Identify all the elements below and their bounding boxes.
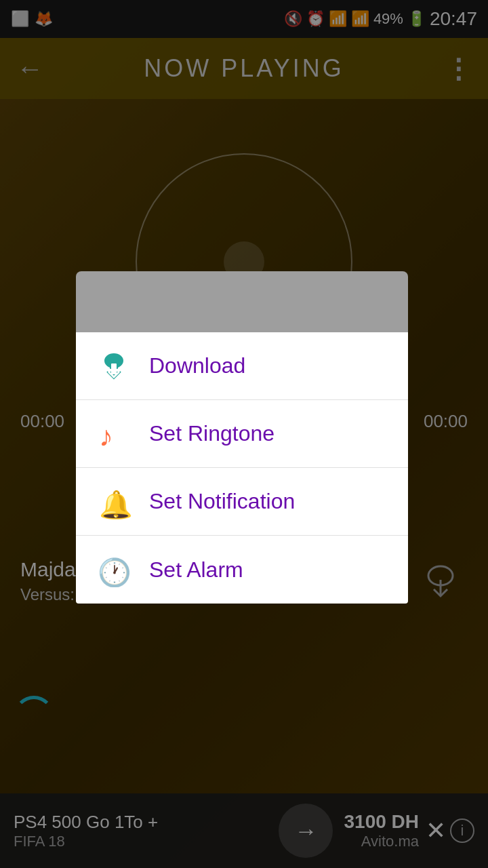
popup-item-download[interactable]: Download xyxy=(76,332,408,400)
svg-text:🔔: 🔔 xyxy=(99,488,131,519)
alarm-icon: 🕐 xyxy=(95,551,133,589)
download-icon xyxy=(95,347,133,385)
alarm-label: Set Alarm xyxy=(149,557,243,583)
popup-item-alarm[interactable]: 🕐 Set Alarm xyxy=(76,536,408,604)
ringtone-icon: ♪ xyxy=(95,415,133,453)
notification-label: Set Notification xyxy=(149,489,295,514)
download-label: Download xyxy=(149,353,245,378)
svg-text:🕐: 🕐 xyxy=(98,556,131,587)
ringtone-label: Set Ringtone xyxy=(149,421,274,446)
svg-rect-4 xyxy=(111,363,117,374)
popup-menu: Download ♪ Set Ringtone 🔔 Set Notificati… xyxy=(76,332,408,604)
popup-item-ringtone[interactable]: ♪ Set Ringtone xyxy=(76,400,408,468)
popup-container: Download ♪ Set Ringtone 🔔 Set Notificati… xyxy=(76,271,408,604)
notification-icon: 🔔 xyxy=(95,483,133,521)
popup-item-notification[interactable]: 🔔 Set Notification xyxy=(76,468,408,536)
popup-header xyxy=(76,271,408,332)
svg-text:♪: ♪ xyxy=(99,420,113,452)
